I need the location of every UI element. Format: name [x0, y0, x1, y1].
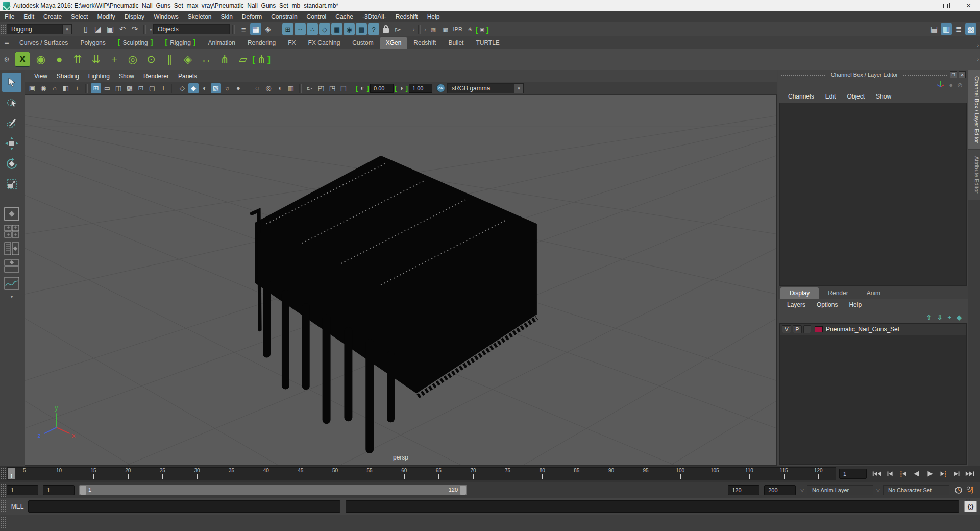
- resolution-gate-icon[interactable]: ◫: [113, 83, 124, 93]
- xgen-add-guides-icon[interactable]: ⇈: [69, 51, 86, 68]
- playback-start-field[interactable]: 1: [43, 485, 75, 495]
- command-input[interactable]: [28, 500, 340, 513]
- layer-editor-tab[interactable]: Display: [780, 287, 819, 299]
- panel-menu-item[interactable]: Renderer: [139, 71, 174, 81]
- layer-row[interactable]: V P Pneumatic_Nail_Guns_Set: [780, 324, 966, 335]
- shelf-tab[interactable]: TURTLE: [470, 37, 505, 49]
- scale-tool[interactable]: [2, 175, 21, 194]
- snap-projected-center-icon[interactable]: ◇: [319, 23, 330, 35]
- isolate-select-icon[interactable]: ▥: [286, 83, 296, 93]
- menu-item[interactable]: File: [0, 12, 19, 22]
- grip-handle[interactable]: [1, 484, 6, 497]
- snap-view-plane-icon[interactable]: ▦: [331, 23, 342, 35]
- xgen-editor-icon[interactable]: X: [15, 52, 30, 67]
- menu-item[interactable]: Deform: [237, 12, 266, 22]
- viewport-3d-view[interactable]: y x z persp: [24, 95, 777, 466]
- render-settings-icon[interactable]: ✳: [464, 23, 476, 35]
- panel-menu-item[interactable]: Lighting: [84, 71, 114, 81]
- shelf-tab[interactable]: FX Caching: [302, 37, 347, 49]
- panel-menu-item[interactable]: View: [30, 71, 52, 81]
- hierarchy-mode-icon[interactable]: ≡: [238, 23, 249, 35]
- xgen-width-icon[interactable]: ↔: [198, 51, 215, 68]
- grip-handle[interactable]: [1, 517, 6, 529]
- layer-editor-menu-item[interactable]: Options: [811, 300, 843, 310]
- object-mode-icon[interactable]: ▦: [250, 23, 261, 35]
- play-backwards-button[interactable]: [911, 469, 923, 479]
- go-to-start-button[interactable]: [871, 469, 883, 479]
- collapse-arrow-icon[interactable]: ›: [423, 27, 427, 32]
- lasso-tool[interactable]: [2, 93, 21, 112]
- construction-history-icon[interactable]: ▤: [356, 23, 367, 35]
- anim-layer-selector[interactable]: No Anim Layer: [807, 485, 873, 495]
- backface-culling-icon[interactable]: ◖: [275, 83, 285, 93]
- manipulator-icon[interactable]: [937, 80, 945, 89]
- timeline-playhead[interactable]: 1: [8, 468, 15, 479]
- selection-mask-field[interactable]: Objects: [153, 24, 230, 34]
- panel-menu-item[interactable]: Shading: [52, 71, 84, 81]
- range-end-handle[interactable]: [460, 486, 466, 495]
- animation-preferences-icon[interactable]: [965, 485, 977, 495]
- channel-box-menu-item[interactable]: Object: [841, 91, 870, 102]
- single-pane-layout-button[interactable]: [3, 206, 20, 222]
- grip-handle[interactable]: [1, 500, 6, 513]
- shelf-tab[interactable]: Rendering: [241, 37, 282, 49]
- xgen-region-icon[interactable]: ▱: [234, 51, 252, 68]
- menu-item[interactable]: -3DtoAll-: [358, 12, 391, 22]
- lights-icon[interactable]: ☼: [222, 83, 232, 93]
- go-to-end-button[interactable]: [964, 469, 976, 479]
- close-panel-button[interactable]: ✕: [959, 71, 966, 78]
- current-frame-field[interactable]: 1: [839, 469, 867, 479]
- ipr-render-icon[interactable]: IPR: [452, 23, 463, 35]
- color-management-icon[interactable]: ◉: [477, 23, 488, 35]
- menu-item[interactable]: Skeleton: [183, 12, 216, 22]
- menu-item[interactable]: Modify: [92, 12, 119, 22]
- move-tool[interactable]: [2, 134, 21, 153]
- safe-action-icon[interactable]: ▢: [147, 83, 157, 93]
- highlight-selection-icon[interactable]: ▻: [305, 83, 315, 93]
- shelf-tab[interactable]: Bullet: [442, 37, 470, 49]
- separator[interactable]: [277, 25, 279, 34]
- xgen-add-guide-icon[interactable]: +: [106, 51, 123, 68]
- render-current-frame-icon[interactable]: ▩: [440, 23, 451, 35]
- script-editor-button[interactable]: {;}: [964, 501, 977, 512]
- shelf-scroll-icon[interactable]: ›: [976, 57, 980, 62]
- four-pane-layout-button[interactable]: [3, 224, 20, 239]
- view-transform-selector[interactable]: sRGB gamma ▾: [447, 83, 524, 93]
- xgen-delete-guides-icon[interactable]: ⋔: [253, 51, 270, 68]
- make-live-icon[interactable]: ◉: [344, 23, 355, 35]
- select-camera-icon[interactable]: ▣: [27, 83, 37, 93]
- menu-item[interactable]: Display: [120, 12, 149, 22]
- float-panel-button[interactable]: ❐: [950, 71, 957, 78]
- channel-box-menu-item[interactable]: Channels: [782, 91, 820, 102]
- xgen-export-patches-icon[interactable]: ◈: [179, 51, 197, 68]
- tool-settings-icon[interactable]: ▥: [941, 23, 952, 35]
- separator[interactable]: [407, 25, 409, 34]
- step-forward-key-button[interactable]: [937, 469, 949, 479]
- layer-editor-tab[interactable]: Render: [819, 287, 857, 299]
- animation-end-field[interactable]: 200: [764, 485, 796, 495]
- xray-icon[interactable]: ◎: [263, 83, 274, 93]
- speed-fast-icon[interactable]: ⊘: [957, 81, 963, 89]
- snap-grid-icon[interactable]: ⊞: [282, 23, 293, 35]
- outliner-persp-layout-button[interactable]: [3, 241, 20, 256]
- camera-attributes-icon[interactable]: ◉: [38, 83, 48, 93]
- new-layer-from-selected-icon[interactable]: ◆: [957, 313, 962, 321]
- grid-icon[interactable]: ⊞: [91, 83, 101, 93]
- shelf-tab[interactable]: FX: [282, 37, 302, 49]
- snap-point-icon[interactable]: ∴: [307, 23, 318, 35]
- xgen-groom-icon[interactable]: ⋔: [216, 51, 233, 68]
- command-language-toggle[interactable]: MEL: [7, 503, 28, 510]
- drag-handle[interactable]: [780, 73, 826, 76]
- shelf-scroll-icon[interactable]: ›: [976, 43, 980, 49]
- save-scene-icon[interactable]: ▣: [105, 23, 116, 35]
- layer-color-swatch[interactable]: [815, 326, 823, 332]
- gamma-icon[interactable]: ◑: [396, 83, 406, 93]
- menu-item[interactable]: Redshift: [391, 12, 423, 22]
- command-result-field[interactable]: [346, 500, 959, 513]
- move-layer-up-icon[interactable]: ⇧: [926, 313, 932, 321]
- rotate-tool[interactable]: [2, 154, 21, 174]
- chevron-down-icon[interactable]: ▽: [800, 488, 804, 493]
- xgen-collection-icon[interactable]: ●: [51, 51, 68, 68]
- menu-item[interactable]: Control: [302, 12, 331, 22]
- panel-menu-item[interactable]: Panels: [174, 71, 202, 81]
